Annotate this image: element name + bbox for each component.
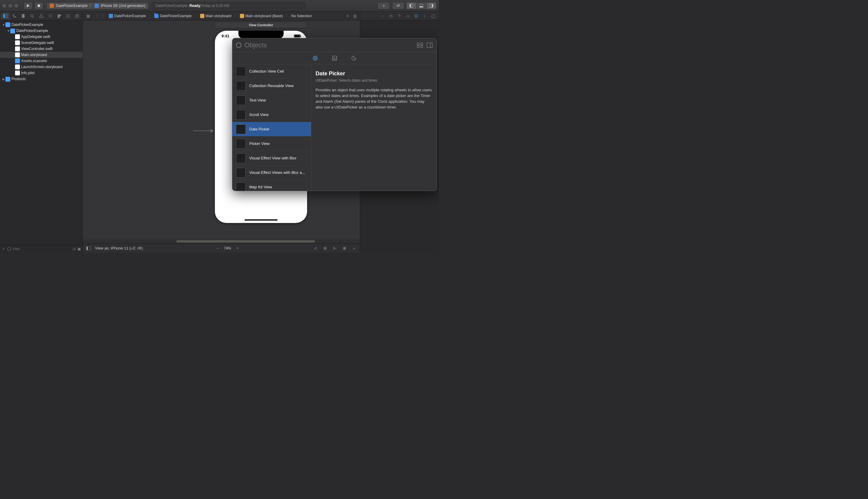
resolve-issues-button[interactable]: ⟐ bbox=[351, 245, 357, 252]
zoom-value[interactable]: 74% bbox=[224, 246, 231, 251]
tree-row[interactable]: ViewController.swift bbox=[0, 46, 83, 52]
zoom-in-button[interactable]: ＋ bbox=[234, 245, 241, 252]
object-icon bbox=[236, 139, 246, 148]
scene-label[interactable]: View Controller bbox=[214, 22, 308, 28]
library-object-list[interactable]: Collection View CellCollection Reusable … bbox=[232, 64, 311, 191]
tree-label: ViewController.swift bbox=[21, 47, 52, 51]
breadcrumb-storyboard[interactable]: Main.storyboard bbox=[199, 14, 232, 18]
report-navigator-tab[interactable] bbox=[73, 13, 81, 19]
library-grid-view[interactable] bbox=[417, 42, 424, 48]
library-search-input[interactable] bbox=[244, 41, 414, 49]
pin-button[interactable]: ⊞ bbox=[341, 245, 348, 252]
add-file-button[interactable]: ＋ bbox=[2, 246, 5, 251]
project-navigator: ▼DatePickerExample▼DatePickerExampleAppD… bbox=[0, 21, 83, 253]
svg-marker-17 bbox=[39, 14, 43, 17]
list-item[interactable]: Picker View bbox=[232, 136, 311, 151]
file-tree[interactable]: ▼DatePickerExample▼DatePickerExampleAppD… bbox=[0, 21, 83, 245]
disclosure-icon[interactable]: ▼ bbox=[7, 29, 10, 33]
file-inspector-tab[interactable]: ▫ bbox=[379, 13, 387, 19]
canvas-horizontal-scrollbar[interactable] bbox=[83, 239, 360, 243]
history-inspector-tab[interactable]: ◷ bbox=[387, 13, 395, 19]
recent-filter-button[interactable]: ◷ bbox=[73, 247, 76, 251]
media-tab[interactable] bbox=[329, 54, 341, 62]
project-navigator-tab[interactable] bbox=[1, 13, 10, 19]
toggle-left-panel[interactable] bbox=[406, 2, 416, 9]
object-icon bbox=[236, 96, 246, 105]
disclosure-icon[interactable]: ▶ bbox=[2, 77, 5, 81]
constraints-resolve-button[interactable]: ⤢ bbox=[312, 245, 319, 252]
tree-row[interactable]: LaunchScreen.storyboard bbox=[0, 64, 83, 70]
connections-inspector-tab[interactable]: ◯ bbox=[429, 13, 437, 19]
tree-row[interactable]: ▶Products bbox=[0, 76, 83, 82]
filter-input[interactable] bbox=[13, 247, 71, 251]
toggle-right-panel[interactable] bbox=[426, 2, 437, 9]
scrollbar-thumb[interactable] bbox=[176, 240, 315, 243]
breadcrumb-folder[interactable]: DatePickerExample bbox=[154, 14, 192, 18]
tree-row[interactable]: SceneDelegate.swift bbox=[0, 40, 83, 46]
list-item[interactable]: Collection Reusable View bbox=[232, 78, 311, 93]
code-review-button[interactable]: ⇄ bbox=[392, 2, 404, 9]
library-detail-toggle[interactable] bbox=[427, 42, 433, 48]
find-navigator-tab[interactable] bbox=[28, 13, 36, 19]
library-add-button[interactable]: ＋ bbox=[378, 2, 390, 9]
add-editor-button[interactable]: ▥ bbox=[352, 13, 358, 19]
svg-rect-1 bbox=[38, 4, 40, 7]
forward-button[interactable]: 〉 bbox=[100, 13, 107, 19]
list-item[interactable]: Text View bbox=[232, 93, 311, 108]
device-icon bbox=[95, 4, 99, 8]
library-scope-icon[interactable] bbox=[236, 42, 241, 48]
attributes-inspector-tab[interactable] bbox=[412, 13, 420, 19]
list-item[interactable]: Visual Effect View with Blur bbox=[232, 151, 311, 166]
back-button[interactable]: 〈 bbox=[93, 13, 99, 19]
breadcrumb-no-selection[interactable]: No Selection bbox=[291, 14, 313, 18]
tree-row[interactable]: ▼DatePickerExample bbox=[0, 28, 83, 34]
view-as-control[interactable]: View as: iPhone 11 (wC hR) bbox=[95, 246, 143, 251]
tree-row[interactable]: ▼DatePickerExample bbox=[0, 22, 83, 28]
toggle-bottom-panel[interactable] bbox=[416, 2, 427, 9]
disclosure-icon[interactable]: ▼ bbox=[2, 23, 5, 26]
adjust-editor-options[interactable]: ≡ bbox=[344, 13, 351, 19]
list-item[interactable]: Visual Effect Views with Blur a... bbox=[232, 166, 311, 180]
svg-rect-38 bbox=[332, 56, 337, 60]
home-indicator bbox=[244, 219, 278, 221]
align-button[interactable]: ⊩ bbox=[331, 245, 338, 252]
debug-navigator-tab[interactable] bbox=[55, 13, 64, 19]
color-tab[interactable] bbox=[348, 54, 360, 62]
list-item[interactable]: Map Kit View bbox=[232, 180, 311, 191]
list-item[interactable]: Scroll View bbox=[232, 108, 311, 122]
identity-inspector-tab[interactable]: ▭ bbox=[404, 13, 412, 19]
scheme-app-name: DatePickerExample bbox=[56, 4, 87, 8]
window-traffic-lights bbox=[2, 4, 18, 8]
test-navigator-tab[interactable] bbox=[46, 13, 54, 19]
breadcrumb-storyboard-base[interactable]: Main.storyboard (Base) bbox=[239, 14, 284, 18]
symbol-navigator-tab[interactable] bbox=[19, 13, 28, 19]
initial-vc-arrow[interactable] bbox=[193, 128, 214, 134]
tree-row[interactable]: AppDelegate.swift bbox=[0, 34, 83, 40]
tree-row[interactable]: Main.storyboard bbox=[0, 52, 83, 58]
svg-rect-14 bbox=[22, 17, 24, 17]
stop-button[interactable] bbox=[34, 2, 44, 9]
svg-point-37 bbox=[314, 57, 316, 59]
zoom-out-button[interactable]: − bbox=[214, 245, 221, 252]
breakpoint-navigator-tab[interactable] bbox=[64, 13, 72, 19]
help-inspector-tab[interactable]: ? bbox=[395, 13, 403, 19]
tree-row[interactable]: Info.plist bbox=[0, 70, 83, 76]
minimize-window[interactable] bbox=[9, 4, 12, 8]
close-window[interactable] bbox=[2, 4, 6, 8]
objects-tab[interactable] bbox=[309, 54, 321, 62]
scm-filter-button[interactable]: ▣ bbox=[77, 247, 81, 251]
zoom-window[interactable] bbox=[14, 4, 18, 8]
issue-navigator-tab[interactable] bbox=[37, 13, 46, 19]
tree-row[interactable]: Assets.xcassets bbox=[0, 58, 83, 64]
document-outline-toggle[interactable] bbox=[85, 245, 92, 252]
related-items-button[interactable]: ▦ bbox=[85, 13, 91, 19]
embed-button[interactable]: ⊟ bbox=[322, 245, 329, 252]
breadcrumb-project[interactable]: DatePickerExample bbox=[108, 14, 146, 18]
scheme-selector[interactable]: DatePickerExample 〉 iPhone SE (2nd gener… bbox=[46, 2, 149, 9]
list-item[interactable]: Collection View Cell bbox=[232, 64, 311, 78]
list-item[interactable]: Date Picker bbox=[232, 122, 311, 136]
source-control-navigator-tab[interactable] bbox=[10, 13, 19, 19]
size-inspector-tab[interactable]: ⟊ bbox=[421, 13, 429, 19]
run-button[interactable] bbox=[24, 2, 33, 9]
tree-label: Products bbox=[11, 77, 26, 81]
